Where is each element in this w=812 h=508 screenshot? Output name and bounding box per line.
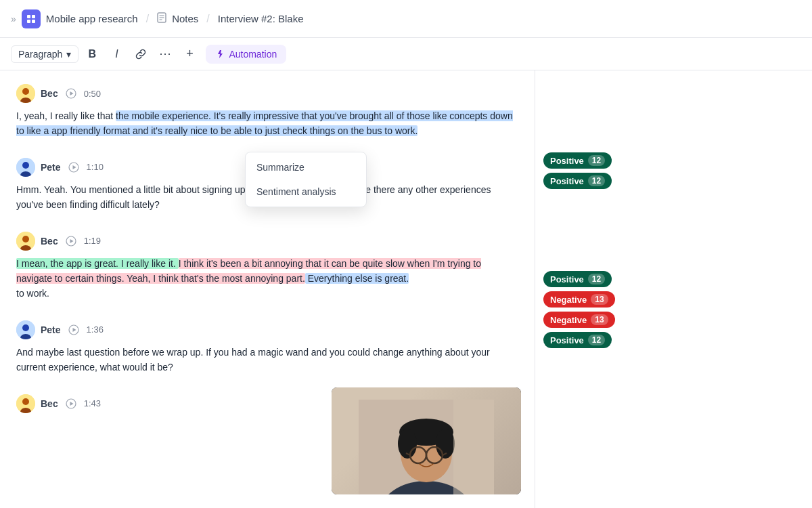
badge-label: Positive	[550, 176, 584, 186]
nav-separator-2: /	[206, 13, 209, 25]
sidebar-area: Positive 12 Positive 12 Positive 12 Nega…	[535, 70, 670, 508]
svg-rect-45	[453, 400, 494, 494]
negative-badge: Negative 13	[543, 312, 615, 328]
play-button[interactable]	[66, 160, 81, 175]
speaker-name: Pete	[41, 324, 61, 335]
paragraph-label: Paragraph	[18, 49, 62, 60]
transcript-entry: Pete 1:36 And maybe last question before…	[16, 320, 518, 375]
svg-rect-2	[27, 20, 30, 23]
speaker-name: Bec	[41, 398, 58, 409]
positive-badge: Positive 12	[543, 173, 612, 189]
paragraph-select[interactable]: Paragraph ▾	[11, 45, 78, 63]
entry-text: And maybe last question before we wrap u…	[16, 345, 518, 375]
top-nav: » Mobile app research / Notes / Intervie…	[0, 0, 812, 38]
svg-rect-1	[32, 15, 35, 18]
timestamp: 1:10	[87, 162, 104, 172]
play-button[interactable]	[64, 86, 78, 101]
svg-point-19	[22, 236, 29, 242]
avatar	[16, 158, 35, 177]
notes-label[interactable]: Notes	[172, 13, 198, 24]
svg-marker-27	[72, 328, 76, 332]
summarize-option[interactable]: Summarize	[246, 155, 366, 179]
svg-marker-32	[70, 402, 73, 406]
timestamp: 1:43	[84, 398, 101, 408]
svg-rect-0	[27, 15, 30, 18]
highlighted-text: I mean, the app is great. I really like …	[16, 258, 179, 269]
automation-button[interactable]: Automation	[206, 45, 286, 64]
avatar	[16, 320, 35, 339]
avatar	[16, 394, 35, 413]
nav-expand-icon[interactable]: »	[11, 14, 16, 24]
timestamp: 1:36	[87, 324, 104, 335]
transcript-entry: Bec 0:50 I, yeah, I really like that the…	[16, 84, 518, 139]
negative-badge: Negative 13	[543, 291, 615, 308]
entry-header: Bec 0:50	[16, 84, 518, 103]
automation-dropdown: Summarize Sentiment analysis	[245, 152, 367, 207]
positive-badge: Positive 12	[543, 271, 612, 287]
badge-count: 12	[588, 274, 605, 284]
svg-marker-12	[70, 91, 73, 96]
badge-label: Positive	[550, 274, 584, 284]
badge-label: Negative	[550, 295, 587, 305]
highlighted-text: the mobile experience. It's really impre…	[16, 110, 513, 136]
speaker-name: Bec	[41, 88, 58, 99]
entry-text: I, yeah, I really like that the mobile e…	[16, 108, 518, 139]
positive-badge: Positive 12	[543, 332, 612, 348]
transcript-entry: Bec 1:19 I mean, the app is great. I rea…	[16, 232, 518, 301]
highlighted-text: Everything else is great.	[305, 273, 409, 284]
svg-point-14	[22, 162, 29, 169]
current-page-title: Interview #2: Blake	[218, 13, 304, 24]
badge-count: 13	[591, 314, 608, 325]
nav-separator-1: /	[146, 13, 149, 25]
sentiment-badges-entry3: Positive 12 Negative 13 Negative 13 Posi…	[543, 271, 662, 352]
content-area: Summarize Sentiment analysis Bec 0:50 I,…	[0, 70, 535, 508]
sentiment-analysis-option[interactable]: Sentiment analysis	[246, 179, 366, 204]
positive-badge: Positive 12	[543, 152, 612, 169]
badge-count: 12	[588, 155, 605, 166]
notes-icon	[157, 12, 166, 25]
video-thumbnail	[332, 387, 521, 494]
project-icon	[22, 9, 41, 28]
play-button[interactable]	[64, 396, 78, 411]
badge-count: 12	[588, 335, 605, 345]
svg-point-9	[22, 88, 29, 95]
svg-point-29	[22, 398, 29, 405]
link-button[interactable]	[130, 43, 152, 65]
speaker-name: Bec	[41, 236, 58, 247]
avatar	[16, 84, 35, 103]
automation-label: Automation	[229, 49, 277, 60]
toolbar: Paragraph ▾ B I ··· + Automation	[0, 38, 812, 70]
bold-button[interactable]: B	[81, 43, 103, 65]
timestamp: 0:50	[84, 89, 101, 99]
play-button[interactable]	[64, 234, 78, 249]
entry-header: Bec 1:19	[16, 232, 518, 251]
entry-text: I mean, the app is great. I really like …	[16, 256, 518, 301]
add-button[interactable]: +	[179, 43, 200, 65]
svg-marker-17	[72, 165, 76, 169]
sentiment-badges-entry1: Positive 12 Positive 12	[543, 152, 662, 193]
main-area: Summarize Sentiment analysis Bec 0:50 I,…	[0, 70, 812, 508]
speaker-name: Pete	[41, 162, 61, 173]
badge-label: Positive	[550, 335, 584, 345]
svg-marker-22	[70, 239, 73, 243]
svg-point-24	[22, 324, 29, 331]
badge-label: Negative	[550, 315, 587, 325]
badge-count: 12	[588, 175, 605, 186]
badge-count: 13	[591, 294, 608, 305]
svg-rect-3	[32, 20, 35, 23]
avatar	[16, 232, 35, 251]
badge-label: Positive	[550, 156, 584, 166]
project-name[interactable]: Mobile app research	[46, 13, 138, 24]
play-button[interactable]	[66, 322, 81, 337]
entry-header: Pete 1:36	[16, 320, 518, 339]
more-button[interactable]: ···	[154, 43, 176, 65]
chevron-down-icon: ▾	[66, 49, 71, 60]
timestamp: 1:19	[84, 236, 101, 246]
italic-button[interactable]: I	[106, 43, 127, 65]
